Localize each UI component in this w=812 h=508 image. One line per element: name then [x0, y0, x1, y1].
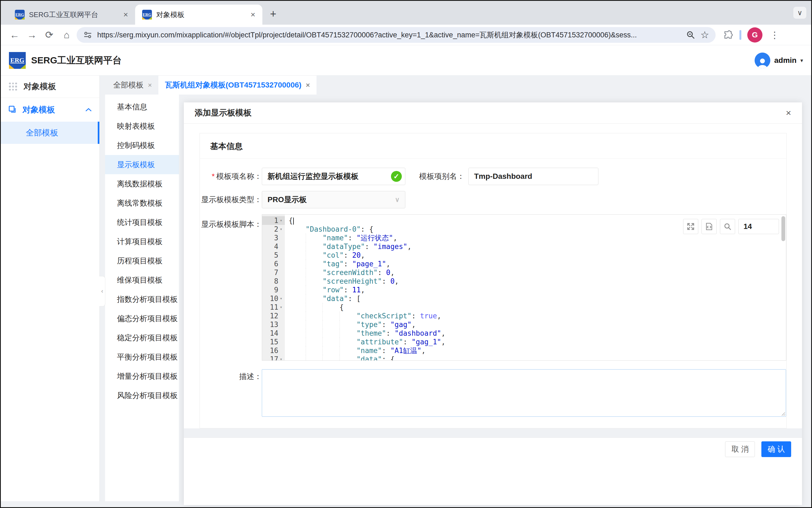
fullscreen-icon[interactable] — [683, 219, 698, 234]
gutter-line-number: 5 — [262, 251, 285, 260]
side-menu-item[interactable]: 离线常数模板 — [105, 194, 179, 213]
side-menu-item[interactable]: 偏态分析项目模板 — [105, 309, 179, 328]
form-row-name: *模板项名称： 新机组运行监控显示板模板 ✓ 模板项别名： Tmp-Dashbo… — [200, 168, 786, 185]
browser-tab-title: SERG工业互联网平台 — [29, 10, 119, 19]
bookmark-star-icon[interactable]: ☆ — [701, 29, 709, 41]
page-tab-all-templates[interactable]: 全部模板 × — [107, 76, 158, 94]
extensions-puzzle-icon[interactable] — [723, 30, 733, 40]
erg-favicon: ERG — [142, 10, 152, 19]
confirm-button[interactable]: 确 认 — [761, 441, 791, 457]
gutter-line-number: 7 — [262, 268, 285, 277]
modal-header: 添加显示板模板 × — [184, 102, 802, 124]
sidebar-item-all-templates[interactable]: 全部模板 — [1, 122, 99, 144]
sidebar-collapse-handle[interactable]: ‹ — [99, 276, 105, 306]
side-menu-item[interactable]: 风险分析项目模板 — [105, 386, 179, 405]
page-tab-label: 瓦斯机组对象模板(OBT4571532700006) — [165, 80, 301, 90]
page-tab-gas-unit-template[interactable]: 瓦斯机组对象模板(OBT4571532700006) × — [158, 76, 316, 94]
fold-arrow-icon[interactable]: ▾ — [278, 303, 284, 311]
side-menu-item[interactable]: 平衡分析项目模板 — [105, 347, 179, 367]
alias-label: 模板项别名： — [412, 171, 465, 181]
fold-arrow-icon[interactable]: ▾ — [278, 225, 284, 234]
board-type-select[interactable]: PRO显示板 ∨ — [262, 191, 405, 208]
gutter-line-number[interactable]: 1▾ — [262, 216, 285, 225]
home-button[interactable]: ⌂ — [59, 28, 74, 42]
user-avatar-icon[interactable] — [755, 52, 770, 68]
chevron-down-icon: ∨ — [395, 196, 400, 204]
template-name-input[interactable]: 新机组运行监控显示板模板 ✓ — [262, 168, 405, 185]
new-tab-button[interactable]: + — [266, 6, 281, 22]
side-menu-item[interactable]: 稳定分析项目模板 — [105, 328, 179, 347]
browser-menu-icon[interactable]: ⋮ — [768, 30, 781, 40]
code-line: "tag": "page_1", — [289, 260, 786, 268]
template-name-value: 新机组运行监控显示板模板 — [268, 171, 359, 181]
valid-check-icon: ✓ — [391, 171, 402, 182]
gutter-line-number[interactable]: 17▾ — [262, 355, 285, 361]
search-icon[interactable] — [720, 219, 735, 234]
sidebar-header: 对象模板 — [1, 76, 99, 98]
user-menu[interactable]: admin ▾ — [755, 52, 803, 68]
editor-code-area[interactable]: {"Dashboard-0": {"name": "运行状态","dataTyp… — [285, 215, 786, 361]
browser-tab-1[interactable]: ERG SERG工业互联网平台 × — [8, 5, 135, 25]
fold-arrow-icon[interactable]: ▾ — [278, 355, 284, 361]
side-menu-item[interactable]: 计算项目模板 — [105, 232, 179, 251]
browser-window: ERG SERG工业互联网平台 × ERG 对象模板 × + ∨ ← → ⟳ ⌂… — [0, 0, 812, 508]
code-line: "name": "A1缸温", — [289, 346, 786, 355]
side-menu-item[interactable]: 显示板模板 — [105, 155, 179, 174]
reload-button[interactable]: ⟳ — [42, 28, 57, 42]
required-asterisk: * — [212, 172, 215, 180]
tab-close-icon[interactable]: × — [250, 10, 255, 19]
tab-close-icon[interactable]: × — [148, 81, 152, 89]
overlapping-squares-icon — [8, 105, 17, 114]
side-menu-item[interactable]: 基本信息 — [105, 97, 179, 117]
template-form: *模板项名称： 新机组运行监控显示板模板 ✓ 模板项别名： Tmp-Dashbo… — [200, 159, 786, 417]
editor-gutter: 1▾2▾345678910▾11▾121314151617▾ — [262, 215, 285, 361]
back-button[interactable]: ← — [7, 28, 22, 42]
gutter-line-number[interactable]: 10▾ — [262, 294, 285, 303]
tab-close-icon[interactable]: × — [306, 81, 310, 89]
forward-button[interactable]: → — [25, 28, 39, 42]
editor-font-size-input[interactable]: 14 — [738, 219, 779, 234]
description-textarea[interactable] — [262, 369, 786, 417]
form-row-script: 显示板模板脚本： 1▾2▾345678910▾11▾121314151617▾ … — [200, 214, 786, 361]
sidebar-group-object-template[interactable]: 对象模板 — [1, 98, 99, 122]
side-menu-item[interactable]: 映射表模板 — [105, 117, 179, 136]
sidebar-panel-title: 对象模板 — [23, 81, 56, 92]
fold-arrow-icon[interactable]: ▾ — [278, 294, 284, 303]
browser-tab-strip: ERG SERG工业互联网平台 × ERG 对象模板 × + ∨ — [1, 1, 811, 25]
side-menu-item[interactable]: 指数分析项目模板 — [105, 290, 179, 309]
script-label: 显示板模板脚本： — [200, 219, 262, 229]
fold-arrow-icon[interactable]: ▾ — [278, 216, 284, 225]
side-menu-item[interactable]: 历程项目模板 — [105, 251, 179, 270]
erg-favicon: ERG — [15, 10, 25, 19]
browser-profile-avatar[interactable]: G — [747, 27, 762, 43]
cancel-button[interactable]: 取 消 — [725, 441, 755, 457]
browser-toolbar: ← → ⟳ ⌂ https://serg.mixyun.com/mixappli… — [1, 25, 811, 45]
type-label: 显示板模板类型： — [200, 195, 262, 205]
script-code-editor[interactable]: 1▾2▾345678910▾11▾121314151617▾ {"Dashboa… — [262, 214, 786, 361]
side-menu-item[interactable]: 统计项目模板 — [105, 213, 179, 232]
close-icon[interactable]: × — [786, 108, 791, 118]
modal-footer: 取 消 确 认 — [184, 437, 802, 505]
side-menu-item[interactable]: 控制码模板 — [105, 136, 179, 155]
tab-search-chevron-icon[interactable]: ∨ — [793, 7, 806, 19]
code-format-icon[interactable] — [702, 219, 717, 234]
editor-scrollbar-thumb[interactable] — [781, 216, 785, 241]
user-name[interactable]: admin — [774, 56, 796, 65]
gutter-line-number[interactable]: 2▾ — [262, 225, 285, 234]
zoom-out-icon[interactable] — [686, 30, 696, 40]
side-menu-item[interactable]: 维保项目模板 — [105, 270, 179, 290]
gutter-line-number: 3 — [262, 234, 285, 242]
tab-close-icon[interactable]: × — [123, 10, 128, 19]
site-settings-icon[interactable] — [83, 30, 92, 40]
side-menu-item[interactable]: 增量分析项目模板 — [105, 367, 179, 386]
url-text[interactable]: https://serg.mixyun.com/mixapplication/#… — [97, 30, 681, 40]
side-menu-item[interactable]: 离线数据模板 — [105, 174, 179, 194]
template-alias-input[interactable]: Tmp-Dashboard — [468, 168, 599, 185]
modal-title: 添加显示板模板 — [195, 107, 251, 118]
gutter-line-number[interactable]: 11▾ — [262, 303, 285, 311]
page-tab-label: 全部模板 — [113, 80, 143, 90]
code-line: "data": [ — [289, 294, 786, 303]
page-tab-bar: 全部模板 × 瓦斯机组对象模板(OBT4571532700006) × — [100, 76, 811, 94]
address-bar[interactable]: https://serg.mixyun.com/mixapplication/#… — [77, 27, 716, 43]
browser-tab-2[interactable]: ERG 对象模板 × — [135, 5, 262, 25]
